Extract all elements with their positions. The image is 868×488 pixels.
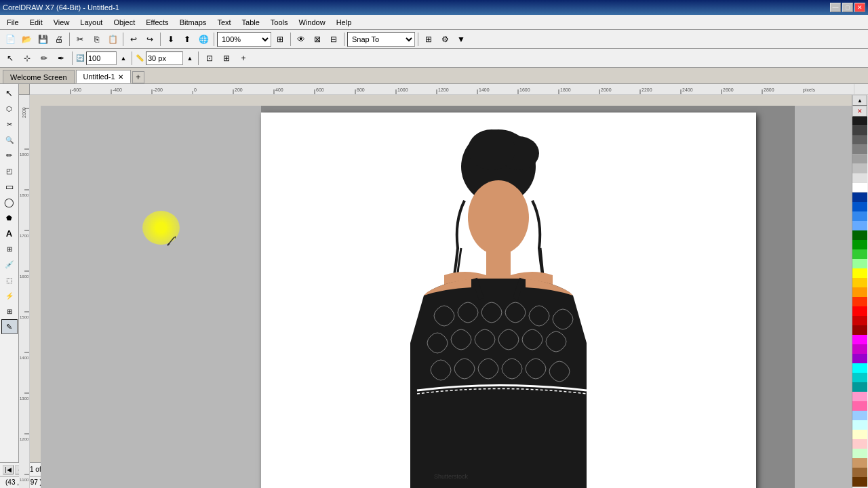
color-teal[interactable] — [852, 373, 867, 382]
color-pink[interactable] — [852, 392, 867, 401]
close-button[interactable]: ✕ — [854, 3, 865, 12]
color-yellow[interactable] — [852, 268, 867, 278]
color-ltyellow[interactable] — [852, 430, 867, 439]
smart-tool-btn[interactable]: ⚡ — [1, 288, 18, 303]
color-ltblue[interactable] — [852, 221, 867, 230]
color-green[interactable] — [852, 240, 867, 249]
add-tab-button[interactable]: + — [132, 71, 144, 83]
menu-bitmaps[interactable]: Bitmaps — [174, 17, 212, 28]
color-darkteal[interactable] — [852, 382, 867, 392]
ellipse-tool-btn[interactable]: ◯ — [1, 195, 18, 209]
redo-button[interactable]: ↪ — [142, 32, 157, 47]
wireframe-btn[interactable]: ⊠ — [310, 32, 325, 47]
color-gold[interactable] — [852, 278, 867, 287]
smart-fill-btn[interactable]: ◰ — [1, 163, 18, 178]
minimize-button[interactable]: — — [830, 3, 841, 12]
snap-select[interactable]: Snap To Grid Guidelines Objects — [347, 32, 415, 47]
zoom-select[interactable]: 100% 50% 200% Fit Page — [217, 32, 271, 47]
color-cyan[interactable] — [852, 363, 867, 373]
tool-select[interactable]: ↖ — [3, 51, 18, 66]
color-tan[interactable] — [852, 458, 867, 468]
menu-layout[interactable]: Layout — [75, 17, 108, 28]
color-skyblue[interactable] — [852, 411, 867, 420]
tool-select2[interactable]: ⊹ — [20, 51, 35, 66]
y-up[interactable]: ▲ — [185, 51, 195, 66]
maximize-button[interactable]: □ — [842, 3, 853, 12]
menu-file[interactable]: File — [1, 17, 24, 28]
view-mode-btn[interactable]: 👁 — [294, 32, 309, 47]
y-input[interactable] — [146, 52, 183, 65]
color-black[interactable] — [852, 117, 867, 126]
snap-grid-btn[interactable]: ⊞ — [421, 32, 436, 47]
color-lightgray[interactable] — [852, 155, 867, 164]
paste-button[interactable]: 📋 — [105, 32, 120, 47]
menu-view[interactable]: View — [48, 17, 75, 28]
color-darkblue[interactable] — [852, 192, 867, 202]
options-btn[interactable]: ⚙ — [437, 32, 452, 47]
menu-edit[interactable]: Edit — [24, 17, 48, 28]
menu-object[interactable]: Object — [108, 17, 140, 28]
color-xdkred[interactable] — [852, 325, 867, 335]
color-mint[interactable] — [852, 449, 867, 458]
color-gray[interactable] — [852, 136, 867, 145]
color-darkred[interactable] — [852, 316, 867, 325]
blend-tool-btn[interactable]: ⊞ — [1, 304, 18, 319]
table-tool-btn[interactable]: ⊞ — [1, 241, 18, 256]
palette-scroll-up[interactable]: ▲ — [852, 95, 867, 106]
align-distribute[interactable]: ⊞ — [219, 51, 234, 66]
selection-tool-btn[interactable]: ↖ — [1, 85, 18, 100]
pencil-tool-btn[interactable]: ✎ — [1, 319, 18, 334]
x-up[interactable]: ▲ — [119, 51, 128, 66]
color-orange[interactable] — [852, 287, 867, 297]
tool-pen[interactable]: ✒ — [54, 51, 68, 66]
color-xltgray[interactable] — [852, 174, 867, 183]
menu-effects[interactable]: Effects — [140, 17, 174, 28]
menu-tools[interactable]: Tools — [265, 17, 294, 28]
interactive-fill-btn[interactable]: ⬚ — [1, 272, 18, 287]
tab-close-icon[interactable]: ✕ — [118, 73, 123, 81]
text-tool-btn[interactable]: A — [1, 226, 18, 241]
open-button[interactable]: 📂 — [19, 32, 34, 47]
node-tool-btn[interactable]: ⬡ — [1, 101, 18, 116]
color-violet[interactable] — [852, 354, 867, 363]
color-red[interactable] — [852, 306, 867, 316]
print-button[interactable]: 🖨 — [52, 32, 66, 47]
cut-button[interactable]: ✂ — [73, 32, 87, 47]
color-silver[interactable] — [852, 164, 867, 174]
copy-button[interactable]: ⎘ — [89, 32, 104, 47]
menu-help[interactable]: Help — [331, 17, 357, 28]
tab-untitled1[interactable]: Untitled-1 ✕ — [76, 70, 131, 83]
palette-clear-color[interactable]: ✕ — [852, 106, 867, 117]
rectangle-tool-btn[interactable]: ▭ — [1, 179, 18, 194]
color-blue[interactable] — [852, 202, 867, 211]
color-orangered[interactable] — [852, 297, 867, 306]
color-magenta[interactable] — [852, 335, 867, 344]
add-node[interactable]: + — [236, 51, 251, 66]
more-btn[interactable]: ▼ — [454, 32, 469, 47]
x-input[interactable] — [86, 52, 117, 65]
color-darkgreen[interactable] — [852, 230, 867, 240]
full-screen-btn[interactable]: ⊞ — [273, 32, 288, 47]
color-brown[interactable] — [852, 468, 867, 477]
crop-tool-btn[interactable]: ✂ — [1, 117, 18, 131]
curve-tool-btn[interactable]: ✏ — [1, 148, 18, 163]
page-first-btn[interactable]: |◀ — [3, 465, 14, 474]
export-button[interactable]: ⬆ — [180, 32, 195, 47]
mirror-h[interactable]: ⊡ — [202, 51, 217, 66]
color-ltgreen[interactable] — [852, 249, 867, 259]
color-darkbrown[interactable] — [852, 477, 867, 487]
zoom-tool-btn[interactable]: 🔍 — [1, 132, 18, 147]
tab-welcome[interactable]: Welcome Screen — [3, 70, 75, 83]
color-hotpink[interactable] — [852, 401, 867, 411]
undo-button[interactable]: ↩ — [126, 32, 141, 47]
eyedropper-tool-btn[interactable]: 💉 — [1, 257, 18, 272]
color-white[interactable] — [852, 183, 867, 192]
new-button[interactable]: 📄 — [3, 32, 18, 47]
color-ltpink[interactable] — [852, 439, 867, 449]
color-medblue[interactable] — [852, 211, 867, 221]
tool-freehand[interactable]: ✏ — [37, 51, 52, 66]
color-darkgray[interactable] — [852, 126, 867, 136]
color-midgray[interactable] — [852, 145, 867, 155]
color-ltcyan[interactable] — [852, 420, 867, 430]
menu-text[interactable]: Text — [212, 17, 236, 28]
